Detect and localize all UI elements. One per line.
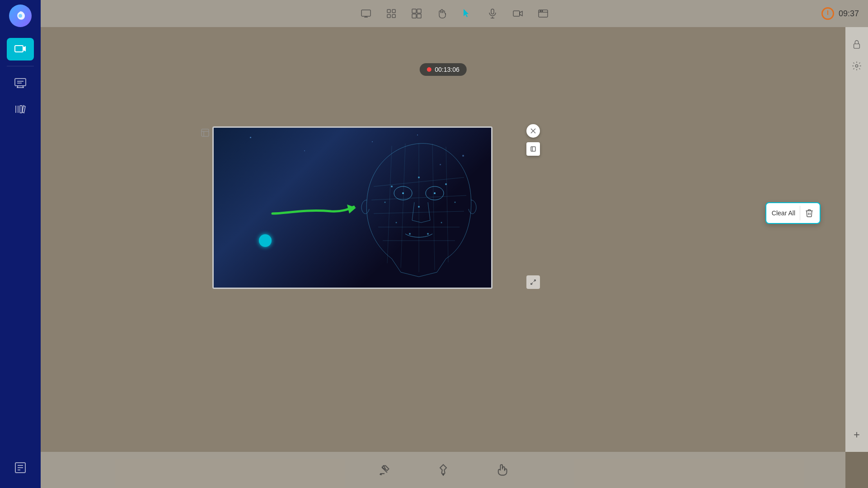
svg-rect-58 <box>854 44 860 48</box>
ai-face-graphic <box>356 132 482 281</box>
timer-area: 09:37 <box>821 7 859 20</box>
particle <box>304 150 305 151</box>
sidebar-bottom <box>7 456 34 479</box>
recording-badge: 00:13:06 <box>419 63 467 76</box>
sidebar-item-presentation[interactable] <box>7 72 34 94</box>
svg-point-45 <box>418 206 420 208</box>
svg-rect-24 <box>412 14 416 18</box>
bottom-toolbar <box>41 452 845 488</box>
toolbar-grid[interactable] <box>382 5 400 23</box>
svg-point-42 <box>445 183 447 185</box>
toolbar-screen[interactable] <box>357 5 375 23</box>
svg-point-34 <box>542 11 543 12</box>
right-panel: + <box>845 27 868 452</box>
recording-time: 00:13:06 <box>435 66 460 73</box>
svg-point-41 <box>418 177 420 178</box>
particle <box>250 137 251 138</box>
clear-all-label[interactable]: Clear All <box>772 209 795 217</box>
clear-all-popup: Clear All <box>765 202 821 224</box>
svg-point-59 <box>855 65 858 67</box>
sidebar-item-export[interactable] <box>7 456 34 479</box>
timer-value: 09:37 <box>839 9 859 19</box>
right-panel-plus-button[interactable]: + <box>849 427 865 443</box>
svg-rect-18 <box>387 9 390 13</box>
window-close-button[interactable] <box>526 124 540 138</box>
svg-rect-23 <box>417 9 421 13</box>
svg-point-49 <box>455 202 456 203</box>
main-canvas: 00:13:06 <box>41 27 845 452</box>
top-toolbar: 09:37 <box>41 0 868 27</box>
svg-rect-54 <box>531 147 535 151</box>
svg-rect-19 <box>392 9 395 13</box>
svg-rect-25 <box>417 14 421 18</box>
frame-icon[interactable] <box>199 126 211 139</box>
toolbar-hand[interactable] <box>433 5 451 23</box>
window-fullscreen-button[interactable] <box>526 142 540 156</box>
svg-point-40 <box>391 186 393 187</box>
svg-point-51 <box>441 222 442 223</box>
svg-point-44 <box>434 192 436 194</box>
toolbar-grid-alt[interactable] <box>408 5 426 23</box>
toolbar-microphone[interactable] <box>483 5 502 23</box>
clear-all-trash-button[interactable] <box>800 206 814 220</box>
svg-point-43 <box>402 192 404 194</box>
svg-rect-35 <box>202 129 209 136</box>
presentation-bg <box>214 128 491 288</box>
cyan-dot <box>259 234 272 247</box>
svg-rect-22 <box>412 9 416 13</box>
toolbar-camera[interactable] <box>509 5 527 23</box>
toolbar-window[interactable] <box>534 5 552 23</box>
bottom-tool-pin[interactable] <box>432 459 455 481</box>
bottom-tool-hand-gesture[interactable] <box>491 459 513 481</box>
svg-rect-20 <box>387 14 390 18</box>
presentation-container <box>212 126 520 298</box>
svg-point-0 <box>19 14 22 18</box>
svg-rect-15 <box>361 10 371 16</box>
sidebar-item-video-record[interactable] <box>7 38 34 60</box>
timer-icon <box>821 7 834 20</box>
window-expand-button[interactable] <box>526 275 540 289</box>
svg-rect-1 <box>15 46 23 52</box>
svg-rect-21 <box>392 14 395 18</box>
bottom-tool-pen[interactable] <box>373 459 396 481</box>
svg-point-47 <box>427 233 429 235</box>
right-panel-settings[interactable] <box>849 58 865 74</box>
svg-rect-27 <box>491 9 494 14</box>
toolbar-pointer[interactable] <box>458 5 476 23</box>
svg-point-48 <box>385 202 386 203</box>
svg-point-50 <box>396 222 397 223</box>
arrow-annotation <box>268 198 358 225</box>
app-logo[interactable] <box>9 5 32 27</box>
presentation-window <box>212 126 493 289</box>
recording-indicator <box>427 67 431 72</box>
svg-point-46 <box>409 233 411 235</box>
sidebar-divider-1 <box>7 66 34 66</box>
svg-rect-2 <box>15 79 26 86</box>
svg-point-33 <box>540 11 541 12</box>
sidebar <box>0 0 41 488</box>
svg-rect-30 <box>513 11 520 16</box>
right-panel-lock[interactable] <box>849 36 865 52</box>
sidebar-item-library[interactable] <box>7 98 34 121</box>
